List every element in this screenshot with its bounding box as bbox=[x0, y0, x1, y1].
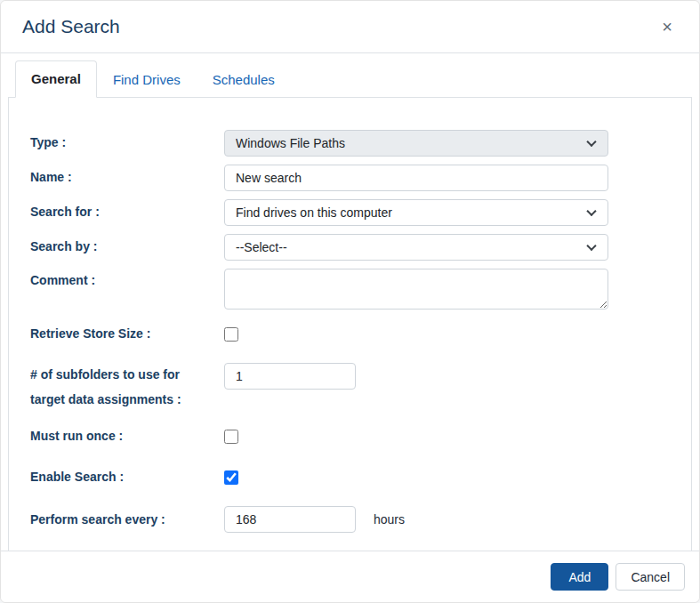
add-button[interactable]: Add bbox=[551, 563, 608, 591]
type-select[interactable]: Windows File Paths bbox=[224, 130, 608, 157]
retrieve-store-size-label: Retrieve Store Size : bbox=[30, 322, 224, 346]
tab-bar: General Find Drives Schedules bbox=[8, 60, 692, 98]
tab-general[interactable]: General bbox=[15, 60, 97, 98]
search-for-row: Search for : Find drives on this compute… bbox=[30, 199, 670, 226]
type-row: Type : Windows File Paths bbox=[30, 130, 670, 157]
cancel-button[interactable]: Cancel bbox=[616, 563, 685, 591]
retrieve-store-size-checkbox[interactable] bbox=[224, 327, 238, 342]
perform-every-input[interactable] bbox=[224, 506, 356, 533]
name-label: Name : bbox=[30, 165, 224, 189]
must-run-once-checkbox[interactable] bbox=[224, 430, 238, 444]
subfolders-input[interactable] bbox=[224, 363, 356, 390]
comment-label: Comment : bbox=[30, 269, 224, 293]
enable-search-checkbox[interactable] bbox=[224, 470, 238, 485]
add-search-dialog: Add Search × General Find Drives Schedul… bbox=[0, 0, 700, 603]
perform-every-label: Perform search every : bbox=[30, 508, 224, 532]
search-by-select[interactable]: --Select-- bbox=[224, 234, 608, 261]
search-for-select[interactable]: Find drives on this computer bbox=[224, 199, 608, 226]
must-run-once-label: Must run once : bbox=[30, 424, 224, 448]
enable-search-row: Enable Search : bbox=[30, 465, 670, 489]
name-row: Name : bbox=[30, 165, 670, 191]
search-by-label: Search by : bbox=[30, 235, 224, 259]
subfolders-row: # of subfolders to use for target data a… bbox=[30, 363, 670, 412]
type-label: Type : bbox=[30, 131, 224, 155]
comment-row: Comment : bbox=[30, 269, 670, 310]
dialog-title: Add Search bbox=[22, 16, 120, 37]
dialog-body: General Find Drives Schedules Type : Win… bbox=[1, 53, 699, 551]
close-icon[interactable]: × bbox=[656, 14, 678, 39]
subfolders-label: # of subfolders to use for target data a… bbox=[30, 363, 224, 412]
dialog-header: Add Search × bbox=[1, 1, 699, 53]
search-for-label: Search for : bbox=[30, 200, 224, 224]
hours-suffix: hours bbox=[374, 512, 405, 527]
name-input[interactable] bbox=[224, 165, 608, 191]
tab-schedules[interactable]: Schedules bbox=[197, 60, 291, 98]
comment-textarea[interactable] bbox=[224, 269, 608, 310]
dialog-footer: Add Cancel bbox=[1, 551, 699, 602]
enable-search-label: Enable Search : bbox=[30, 465, 224, 489]
search-by-row: Search by : --Select-- bbox=[30, 234, 670, 261]
retrieve-store-size-row: Retrieve Store Size : bbox=[30, 322, 670, 346]
perform-every-row: Perform search every : hours bbox=[30, 506, 670, 533]
tab-find-drives[interactable]: Find Drives bbox=[97, 60, 197, 98]
must-run-once-row: Must run once : bbox=[30, 424, 670, 448]
tab-content-general: Type : Windows File Paths Name : Search … bbox=[8, 98, 692, 551]
